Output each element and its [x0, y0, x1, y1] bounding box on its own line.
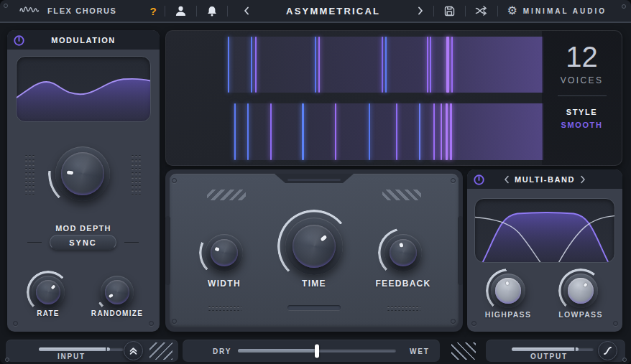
- panel-screw: [451, 319, 456, 324]
- groove-decoration: [27, 242, 42, 243]
- mod-wave-display: [16, 56, 151, 122]
- multiband-next-button[interactable]: [575, 175, 591, 184]
- voice-row-top: [227, 37, 543, 93]
- separator: [196, 6, 197, 17]
- mod-depth-label: MOD DEPTH: [55, 224, 111, 233]
- highpass-knob[interactable]: [486, 269, 530, 313]
- output-slider[interactable]: [512, 347, 594, 351]
- expand-button[interactable]: [124, 341, 143, 360]
- voice-line: [446, 103, 448, 160]
- voice-line: [427, 37, 428, 93]
- stripes-decoration: [451, 342, 476, 360]
- modulation-title: MODULATION: [51, 36, 116, 45]
- texture-dots: [208, 304, 241, 312]
- texture-dots: [24, 154, 35, 195]
- sync-button[interactable]: SYNC: [50, 235, 116, 250]
- save-preset-button[interactable]: [442, 4, 457, 19]
- randomize-knob[interactable]: [96, 271, 139, 314]
- settings-button[interactable]: ⚙: [506, 4, 519, 18]
- feedback-knob[interactable]: [378, 228, 428, 278]
- multiband-prev-button[interactable]: [499, 175, 515, 184]
- voice-line: [335, 103, 336, 160]
- width-knob[interactable]: [199, 228, 249, 278]
- notifications-button[interactable]: [205, 4, 219, 19]
- lowpass-knob[interactable]: [558, 269, 603, 313]
- voice-line: [302, 103, 304, 160]
- highpass-label: HIGHPASS: [485, 310, 531, 319]
- modulation-header: MODULATION: [7, 30, 160, 50]
- voice-line: [382, 37, 383, 93]
- feedback-label: FEEDBACK: [375, 279, 430, 289]
- main-area: MODULATION MOD DEPTH SYNC: [0, 23, 631, 337]
- separator: [465, 6, 466, 17]
- voice-row-bottom: [233, 103, 543, 160]
- softclip-button[interactable]: [598, 341, 617, 360]
- style-value[interactable]: SMOOTH: [561, 121, 603, 129]
- voice-line: [451, 37, 453, 93]
- panel-screw: [471, 321, 476, 326]
- mod-waveform: [17, 57, 151, 122]
- panel-screw: [172, 319, 177, 324]
- rate-label: RATE: [37, 309, 60, 317]
- voices-value[interactable]: 12: [566, 42, 598, 71]
- preset-name[interactable]: ASYMMETRICAL: [252, 6, 415, 17]
- preset-next-button[interactable]: [415, 4, 425, 17]
- multiband-title: MULTI-BAND: [515, 175, 575, 184]
- separator: [165, 6, 165, 17]
- filter-curves: [475, 199, 615, 263]
- preset-prev-button[interactable]: [241, 4, 252, 17]
- multiband-header: MULTI-BAND: [467, 169, 622, 189]
- app-title: FLEX CHORUS: [47, 6, 116, 15]
- corner-screw: [622, 4, 626, 9]
- voice-line: [234, 103, 236, 160]
- voices-info-block: 12 VOICES STYLE SMOOTH: [542, 31, 622, 165]
- multiband-power-button[interactable]: [472, 173, 485, 186]
- divider: [558, 95, 607, 96]
- randomize-preset-button[interactable]: [474, 4, 489, 18]
- footer-bar: INPUT DRY WET OUTPUT: [0, 337, 631, 364]
- mix-section: DRY WET: [183, 340, 440, 362]
- input-section: INPUT: [6, 340, 178, 362]
- voice-line: [315, 37, 316, 93]
- panel-screw: [451, 178, 456, 183]
- brand-name: MINIMAL AUDIO: [523, 7, 631, 15]
- panel-screw: [149, 321, 154, 326]
- voice-line: [270, 103, 272, 160]
- time-knob[interactable]: [277, 210, 351, 283]
- modulation-panel: MODULATION MOD DEPTH SYNC: [7, 30, 160, 332]
- panel-screw: [172, 178, 177, 183]
- delay-panel: WIDTH TIME FEEDBACK: [165, 169, 463, 332]
- title-bar: FLEX CHORUS ? ASYMMETRICAL: [0, 0, 631, 23]
- hazard-stripes-right: [382, 190, 421, 200]
- voice-visualizer-panel: 12 VOICES STYLE SMOOTH: [165, 30, 622, 166]
- dry-label: DRY: [213, 347, 231, 355]
- lowpass-label: LOWPASS: [558, 310, 602, 319]
- side-tab-decoration: [165, 216, 170, 285]
- output-label: OUTPUT: [530, 353, 568, 360]
- side-tab-decoration: [458, 216, 463, 285]
- filter-display: [474, 198, 615, 263]
- separator: [497, 6, 498, 17]
- input-slider[interactable]: [39, 347, 124, 351]
- dry-wet-slider[interactable]: [238, 349, 396, 353]
- voice-line: [430, 37, 431, 93]
- help-button[interactable]: ?: [149, 5, 156, 17]
- account-button[interactable]: [173, 4, 188, 19]
- hazard-stripes-left: [207, 190, 246, 200]
- panel-notch-decoration: [275, 174, 354, 183]
- voice-line: [441, 103, 442, 160]
- wet-label: WET: [410, 347, 430, 355]
- modulation-power-button[interactable]: [12, 34, 25, 47]
- panel-screw: [613, 321, 618, 326]
- voice-line: [450, 103, 452, 160]
- voice-line: [396, 103, 397, 160]
- stripes-decoration: [149, 342, 172, 360]
- mod-depth-knob[interactable]: [48, 139, 117, 208]
- rate-knob[interactable]: [27, 271, 70, 314]
- width-label: WIDTH: [208, 279, 241, 289]
- voice-line: [247, 103, 249, 160]
- voice-line: [255, 37, 257, 93]
- voice-line: [251, 37, 252, 93]
- plugin-window: FLEX CHORUS ? ASYMMETRICAL: [0, 0, 631, 364]
- corner-screw: [5, 358, 9, 362]
